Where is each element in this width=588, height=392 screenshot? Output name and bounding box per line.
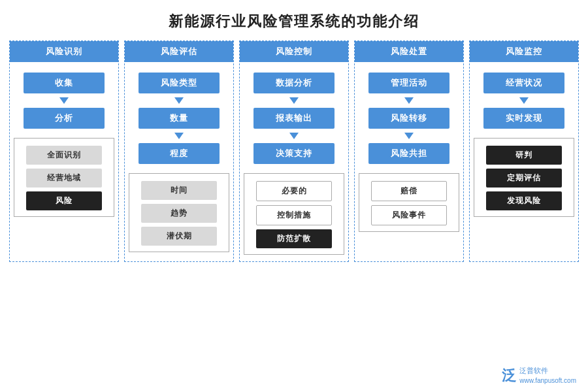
blue-box-col2-2: 程度 (139, 143, 219, 164)
bottom-item-col3-2: 防范扩散 (256, 229, 331, 248)
arrow-down-col2-0 (174, 97, 184, 104)
column-col5: 风险监控经营状况实时发现研判定期评估发现风险 (469, 41, 579, 262)
bottom-items-col4: 赔偿风险事件 (359, 173, 459, 232)
blue-box-col4-1: 风险转移 (368, 108, 449, 129)
bottom-item-col1-1: 经营地域 (26, 169, 101, 188)
blue-box-col3-2: 决策支持 (253, 143, 334, 164)
bottom-items-col5: 研判定期评估发现风险 (474, 138, 574, 217)
blue-box-col1-1: 分析 (24, 108, 104, 129)
watermark: 泛 泛普软件 www.fanpusoft.com (502, 366, 576, 385)
watermark-company: 泛普软件 (519, 366, 576, 376)
blue-box-col1-0: 收集 (24, 73, 104, 93)
bottom-item-col5-2: 发现风险 (486, 191, 561, 210)
col-header-col1: 风险识别 (10, 41, 118, 62)
col-header-col4: 风险处置 (355, 41, 463, 62)
main-area: 风险识别收集分析全面识别经营地域风险风险评估风险类型数量程度时间趋势潜伏期风险控… (0, 41, 588, 262)
arrow-down-col4-1 (404, 133, 414, 139)
bottom-item-col3-0: 必要的 (256, 181, 331, 201)
watermark-logo: 泛 (502, 366, 516, 385)
column-col4: 风险处置管理活动风险转移风险共担赔偿风险事件 (354, 41, 464, 262)
blue-box-col2-1: 数量 (139, 108, 219, 129)
bottom-items-col3: 必要的控制措施防范扩散 (244, 173, 344, 255)
arrow-down-col3-0 (289, 97, 299, 104)
blue-box-col4-2: 风险共担 (368, 143, 449, 164)
col-header-col2: 风险评估 (125, 41, 233, 62)
bottom-items-col1: 全面识别经营地域风险 (14, 138, 114, 217)
blue-box-col5-0: 经营状况 (483, 73, 564, 93)
bottom-item-col4-1: 风险事件 (371, 205, 446, 225)
blue-box-col3-1: 报表输出 (253, 108, 334, 129)
column-col3: 风险控制数据分析报表输出决策支持必要的控制措施防范扩散 (239, 41, 349, 262)
page-title: 新能源行业风险管理系统的功能介绍 (0, 0, 588, 41)
bottom-item-col2-2: 潜伏期 (141, 227, 216, 246)
watermark-text: 泛普软件 www.fanpusoft.com (519, 366, 576, 385)
blue-box-col2-0: 风险类型 (139, 73, 219, 93)
bottom-item-col3-1: 控制措施 (256, 205, 331, 225)
col-header-col3: 风险控制 (240, 41, 348, 62)
blue-box-col5-1: 实时发现 (483, 108, 564, 129)
arrow-down-col1-0 (59, 97, 69, 104)
arrow-down-col3-1 (289, 133, 299, 139)
bottom-item-col5-0: 研判 (486, 146, 561, 165)
bottom-item-col4-0: 赔偿 (371, 181, 446, 201)
arrow-down-col5-0 (519, 97, 529, 104)
arrow-down-col2-1 (174, 133, 184, 139)
arrow-down-col4-0 (404, 97, 414, 104)
blue-box-col4-0: 管理活动 (368, 73, 449, 93)
col-header-col5: 风险监控 (470, 41, 578, 62)
bottom-item-col1-0: 全面识别 (26, 146, 101, 165)
bottom-item-col2-1: 趋势 (141, 204, 216, 223)
watermark-url: www.fanpusoft.com (519, 376, 576, 385)
bottom-item-col1-2: 风险 (26, 191, 101, 210)
column-col1: 风险识别收集分析全面识别经营地域风险 (9, 41, 119, 262)
column-col2: 风险评估风险类型数量程度时间趋势潜伏期 (124, 41, 234, 262)
blue-box-col3-0: 数据分析 (253, 73, 334, 93)
bottom-items-col2: 时间趋势潜伏期 (129, 173, 229, 252)
bottom-item-col2-0: 时间 (141, 181, 216, 200)
bottom-item-col5-1: 定期评估 (486, 169, 561, 188)
